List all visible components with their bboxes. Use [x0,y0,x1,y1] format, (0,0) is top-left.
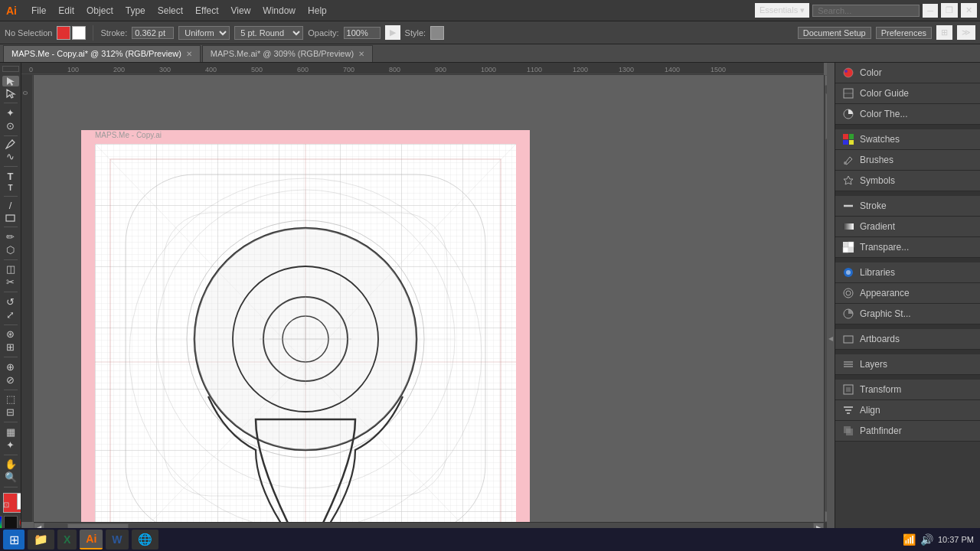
menu-object[interactable]: Object [81,4,119,18]
volume-icon[interactable]: 🔊 [920,533,933,546]
style-swatch[interactable] [430,26,444,40]
workspace-menu-btn[interactable]: Essentials ▾ [755,3,809,18]
reset-colors-btn[interactable]: ⊡ [3,500,9,509]
panel-align: Align [835,400,980,421]
tool-sep-13 [4,487,18,487]
canvas-scroll-area[interactable]: MAPS.Me - Copy.ai [34,75,824,522]
touch-type-tool[interactable]: T [2,184,19,192]
prefs-btn[interactable]: Preferences [876,27,932,39]
shaper-tool[interactable]: ⬡ [2,244,19,256]
type-tool[interactable]: T [2,171,19,182]
color-guide-icon [841,86,855,100]
fill-swatch[interactable] [57,26,70,40]
scale-tool[interactable]: ⤢ [2,309,19,321]
panel-artboards-header[interactable]: Artboards [835,329,980,349]
taskbar-explorer[interactable]: 📁 [28,530,54,549]
panel-align-header[interactable]: Align [835,400,980,420]
line-tool[interactable]: / [2,200,19,211]
menu-help[interactable]: Help [302,4,332,18]
opacity-expand-btn[interactable]: ▶ [385,25,400,40]
stroke-swatch[interactable] [72,26,86,40]
stroke-weight-input[interactable]: 0.362 pt [132,27,174,39]
opacity-input[interactable]: 100% [344,27,381,39]
warp-tool[interactable]: ⊛ [2,328,19,340]
zoom-tool[interactable]: 🔍 [2,471,19,483]
main-layout: ✦ ⊙ ∿ T T / ✏ ⬡ ◫ ✂ ↺ ⤢ ⊛ ⊞ ⊕ ⊘ ⬚ ⊟ [0,63,980,533]
tab-close-1[interactable]: ✕ [358,50,364,58]
left-toolbar: ✦ ⊙ ∿ T T / ✏ ⬡ ◫ ✂ ↺ ⤢ ⊛ ⊞ ⊕ ⊘ ⬚ ⊟ [0,63,21,533]
free-transform-tool[interactable]: ⊞ [2,341,19,353]
menu-type[interactable]: Type [120,4,151,18]
arrange-btn[interactable]: ⊞ [936,25,952,40]
svg-text:1500: 1500 [710,66,726,73]
hand-tool[interactable]: ✋ [2,458,19,470]
scissors-tool[interactable]: ✂ [2,276,19,288]
stroke-type-select[interactable]: Uniform [178,26,230,40]
taskbar-illustrator[interactable]: Ai [80,530,103,549]
taskbar-chrome[interactable]: 🌐 [132,530,158,549]
svg-marker-52 [844,176,853,184]
menu-file[interactable]: File [26,4,51,18]
pencil-tool[interactable]: ✏ [2,231,19,243]
search-input[interactable] [812,5,920,17]
menu-effect[interactable]: Effect [190,4,224,18]
shape-build-tool[interactable]: ⊕ [2,361,19,373]
transparency-icon [841,240,855,254]
close-btn[interactable]: ✕ [961,3,977,18]
menu-edit[interactable]: Edit [53,4,80,18]
cap-type-select[interactable]: 5 pt. Round [234,26,303,40]
canvas-area[interactable]: 0 100 200 300 400 500 600 700 800 900 10… [21,63,835,533]
stroke-icon [841,199,855,213]
tab-maps-copy[interactable]: MAPS.Me - Copy.ai* @ 312% (RGB/Preview) … [3,45,201,62]
options-extra-btn[interactable]: ≫ [957,25,975,40]
color-icon [841,66,855,80]
panel-pathfinder-header[interactable]: Pathfinder [835,421,980,441]
selection-tool[interactable] [2,76,19,86]
svg-rect-49 [843,140,848,145]
panel-gradient-header[interactable]: Gradient [835,217,980,236]
perspective-tool[interactable]: ⬚ [2,393,19,405]
panel-color-header[interactable]: Color [835,63,980,83]
color-theme-label: Color The... [860,109,974,119]
panel-libraries-header[interactable]: Libraries [835,262,980,282]
restore-btn[interactable]: ❐ [941,3,958,18]
eraser-tool[interactable]: ◫ [2,263,19,275]
svg-text:0: 0 [21,91,29,95]
network-icon[interactable]: 📶 [903,533,916,546]
panel-transform-header[interactable]: Transform [835,380,980,399]
eyedropper-tool[interactable]: ✦ [2,439,19,451]
pen-tool[interactable] [2,139,19,149]
rotate-tool[interactable]: ↺ [2,296,19,308]
column-graph-tool[interactable]: ⊟ [2,406,19,418]
live-paint-tool[interactable]: ⊘ [2,374,19,386]
ruler-corner [2,66,19,72]
tab-close-0[interactable]: ✕ [186,50,192,58]
magic-wand-tool[interactable]: ✦ [2,107,19,119]
panel-color-theme-header[interactable]: Color The... [835,104,980,124]
start-btn[interactable]: ⊞ [3,530,24,549]
rect-tool[interactable] [2,213,19,223]
panel-swatches-header[interactable]: Swatches [835,129,980,149]
panel-symbols-header[interactable]: Symbols [835,171,980,191]
menu-view[interactable]: View [226,4,256,18]
panel-layers-header[interactable]: Layers [835,354,980,374]
panel-layers: Layers [835,354,980,375]
taskbar-excel[interactable]: X [57,530,77,549]
doc-setup-btn[interactable]: Document Setup [798,27,871,39]
panel-stroke-header[interactable]: Stroke [835,196,980,216]
menu-window[interactable]: Window [257,4,301,18]
panel-brushes-header[interactable]: Brushes [835,150,980,170]
gradient-tool[interactable]: ▦ [2,426,19,438]
lasso-tool[interactable]: ⊙ [2,120,19,132]
menu-select[interactable]: Select [152,4,188,18]
tab-maps[interactable]: MAPS.Me.ai* @ 309% (RGB/Preview) ✕ [202,45,373,62]
direct-select-tool[interactable] [2,88,19,99]
panel-transparency-header[interactable]: Transpare... [835,237,980,257]
taskbar-word[interactable]: W [106,530,128,549]
panel-graphic-styles-header[interactable]: Graphic St... [835,304,980,324]
minimize-btn[interactable]: ─ [923,4,938,18]
curvature-tool[interactable]: ∿ [2,151,19,162]
panel-appearance-header[interactable]: Appearance [835,283,980,303]
panel-color-guide-header[interactable]: Color Guide [835,83,980,103]
svg-rect-55 [843,242,848,247]
